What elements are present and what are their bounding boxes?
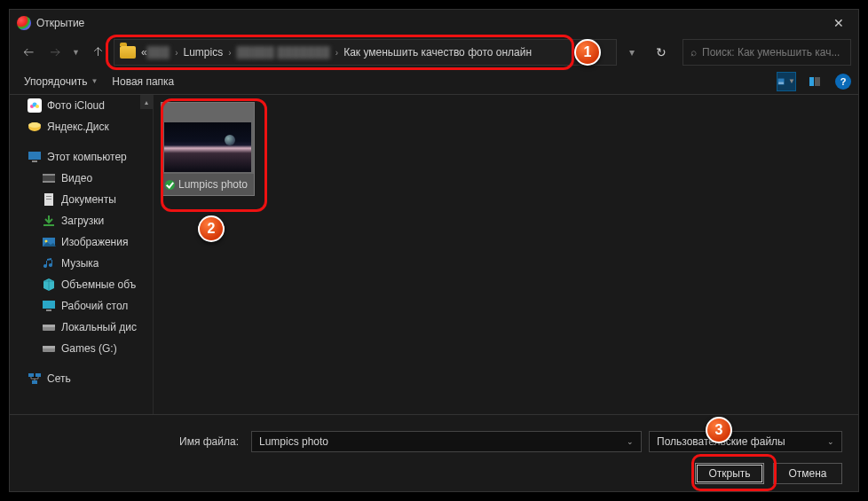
bottom-panel: Имя файла: Lumpics photo ⌄ Пользовательс… xyxy=(10,414,858,491)
svg-rect-13 xyxy=(43,174,55,176)
video-icon xyxy=(42,171,56,185)
app-icon xyxy=(17,16,31,30)
history-dropdown[interactable]: ▼ xyxy=(70,48,82,57)
icloud-icon xyxy=(28,98,42,113)
file-name: Lumpics photo xyxy=(178,178,248,191)
sidebar-item-desktop[interactable]: Рабочий стол xyxy=(10,295,153,317)
sidebar-item-icloud[interactable]: Фото iCloud xyxy=(10,95,153,116)
svg-rect-27 xyxy=(28,373,34,377)
svg-rect-1 xyxy=(778,82,784,83)
crumb-lumpics[interactable]: Lumpics xyxy=(183,46,223,59)
filename-input[interactable]: Lumpics photo ⌄ xyxy=(251,431,642,452)
search-placeholder: Поиск: Как уменьшить кач... xyxy=(702,46,840,59)
svg-rect-3 xyxy=(815,77,820,86)
new-folder-button[interactable]: Новая папка xyxy=(105,73,181,90)
sidebar-item-hdd2[interactable]: Games (G:) xyxy=(10,338,153,359)
breadcrumb-bar[interactable]: « ███ › Lumpics › █████ ███████ › Как ум… xyxy=(114,39,617,66)
filename-label: Имя файла: xyxy=(26,435,244,448)
view-thumbnails[interactable]: ▼ xyxy=(777,72,796,91)
sync-ok-icon xyxy=(165,180,175,190)
thumbnail-caption: Lumpics photo xyxy=(162,174,254,195)
open-dialog: Открытие ✕ 🡠 🡢 ▼ 🡡 « ███ › Lumpics › ███… xyxy=(9,9,859,492)
sidebar-item-images[interactable]: Изображения xyxy=(10,231,153,253)
svg-point-7 xyxy=(36,105,39,108)
svg-rect-11 xyxy=(32,160,37,162)
toolbar: Упорядочить▼ Новая папка ▼ ? xyxy=(10,68,858,95)
sidebar-item-3d[interactable]: Объемные объ xyxy=(10,274,153,295)
network-icon xyxy=(28,372,42,386)
chevron-down-icon: ▼ xyxy=(788,77,795,85)
recent-locations[interactable]: ▾ xyxy=(620,40,643,65)
image-preview xyxy=(164,122,251,172)
search-icon: ⌕ xyxy=(690,46,697,59)
chevron-down-icon[interactable]: ⌄ xyxy=(627,437,634,446)
filetype-filter[interactable]: Пользовательские файлы ⌄ xyxy=(649,431,842,452)
svg-rect-14 xyxy=(43,181,55,183)
sidebar-item-music[interactable]: Музыка xyxy=(10,253,153,274)
svg-rect-29 xyxy=(32,380,37,384)
cube-icon xyxy=(42,278,56,292)
svg-rect-18 xyxy=(43,224,54,226)
titlebar: Открытие ✕ xyxy=(10,10,858,36)
sidebar: ▴ Фото iCloud Яндекс.Диск Этот компьютер… xyxy=(10,95,154,414)
thumbnail-preview xyxy=(162,103,254,174)
docs-icon xyxy=(42,192,56,207)
chevron-right-icon: › xyxy=(175,48,178,58)
file-thumbnail[interactable]: Lumpics photo xyxy=(161,102,255,196)
folder-icon xyxy=(120,46,136,59)
sidebar-item-network[interactable]: Сеть xyxy=(10,368,153,389)
pc-icon xyxy=(28,150,42,164)
music-icon xyxy=(42,256,56,270)
badge-2: 2 xyxy=(198,215,225,242)
sidebar-item-yadisk[interactable]: Яндекс.Диск xyxy=(10,116,153,137)
help-button[interactable]: ? xyxy=(835,74,851,90)
back-button[interactable]: 🡠 xyxy=(17,40,40,65)
crumb-hidden: █████ ███████ xyxy=(237,46,330,59)
crumb-hidden: ███ xyxy=(147,46,170,59)
images-icon xyxy=(42,235,56,249)
svg-rect-24 xyxy=(43,325,55,327)
crumb-current[interactable]: Как уменьшить качество фото онлайн xyxy=(343,46,532,59)
desktop-icon xyxy=(42,299,56,313)
file-area[interactable]: Lumpics photo 2 xyxy=(154,95,858,414)
close-button[interactable]: ✕ xyxy=(818,10,858,36)
view-preview-pane[interactable] xyxy=(805,72,825,91)
search-input[interactable]: ⌕ Поиск: Как уменьшить кач... xyxy=(683,39,851,66)
svg-rect-16 xyxy=(46,196,51,197)
download-icon xyxy=(42,214,56,228)
up-button[interactable]: 🡡 xyxy=(87,40,110,65)
svg-rect-17 xyxy=(46,199,51,200)
sidebar-item-hdd1[interactable]: Локальный дис xyxy=(10,317,153,338)
nav-row: 🡠 🡢 ▼ 🡡 « ███ › Lumpics › █████ ███████ … xyxy=(10,36,858,68)
svg-point-9 xyxy=(28,122,41,128)
scroll-up[interactable]: ▴ xyxy=(140,95,153,109)
refresh-button[interactable]: ↻ xyxy=(656,45,667,59)
cancel-button[interactable]: Отмена xyxy=(773,463,842,484)
dialog-body: ▴ Фото iCloud Яндекс.Диск Этот компьютер… xyxy=(10,95,858,414)
badge-1: 1 xyxy=(574,39,601,66)
svg-rect-2 xyxy=(809,77,814,86)
svg-rect-28 xyxy=(36,373,41,377)
sidebar-item-docs[interactable]: Документы xyxy=(10,189,153,210)
chevron-right-icon: › xyxy=(228,48,231,58)
window-title: Открытие xyxy=(36,17,818,29)
organize-button[interactable]: Упорядочить▼ xyxy=(17,73,105,90)
svg-rect-21 xyxy=(43,301,55,309)
chevron-right-icon: › xyxy=(335,48,338,58)
hdd-icon xyxy=(42,341,56,356)
chevron-down-icon: ▼ xyxy=(91,77,98,85)
open-button[interactable]: Открыть xyxy=(695,463,764,484)
sidebar-item-video[interactable]: Видео xyxy=(10,168,153,189)
hdd-icon xyxy=(42,320,56,334)
svg-rect-26 xyxy=(43,346,55,348)
yadisk-icon xyxy=(28,120,42,134)
svg-rect-22 xyxy=(46,309,51,311)
sidebar-item-downloads[interactable]: Загрузки xyxy=(10,210,153,231)
chevron-down-icon[interactable]: ⌄ xyxy=(827,437,834,446)
svg-rect-10 xyxy=(28,152,41,160)
badge-3: 3 xyxy=(706,417,732,443)
sidebar-item-pc[interactable]: Этот компьютер xyxy=(10,146,153,168)
crumb-lead: « xyxy=(141,46,147,59)
forward-button[interactable]: 🡢 xyxy=(43,40,67,65)
